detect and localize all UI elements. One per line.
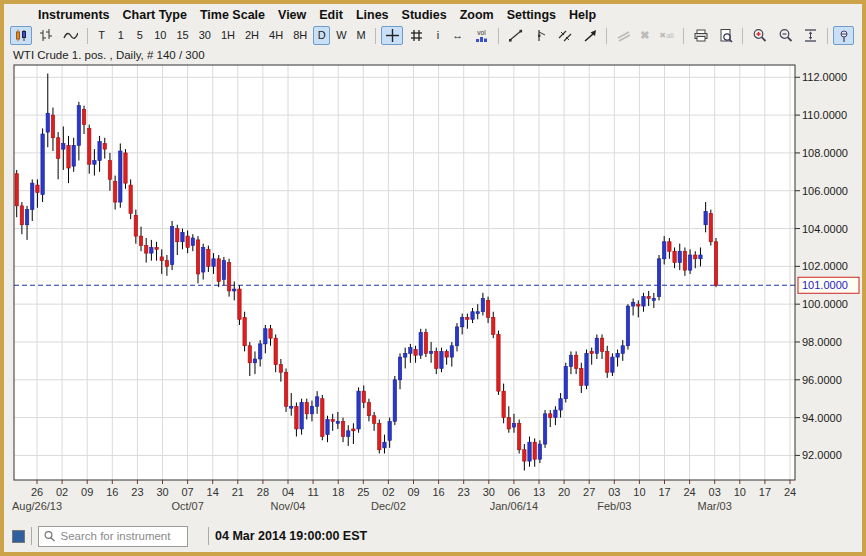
x-axis-label: 26 bbox=[31, 486, 43, 498]
vertical-line-tool-button[interactable] bbox=[529, 26, 551, 45]
candle-down bbox=[248, 346, 251, 363]
candle-up bbox=[253, 359, 256, 363]
timeframe-1h-button[interactable]: 1H bbox=[217, 26, 239, 45]
trendline-tool-button[interactable] bbox=[504, 26, 526, 45]
menu-chart-type[interactable]: Chart Type bbox=[123, 8, 187, 22]
horizontal-expand-button[interactable]: ↔ bbox=[449, 26, 468, 45]
candle-down bbox=[15, 174, 18, 206]
volume-button[interactable]: vol bbox=[469, 26, 493, 45]
menu-zoom[interactable]: Zoom bbox=[460, 8, 494, 22]
candle-up bbox=[409, 348, 412, 354]
candle-up bbox=[222, 261, 225, 280]
candle-up bbox=[233, 289, 236, 291]
candle-down bbox=[82, 109, 85, 124]
menu-edit[interactable]: Edit bbox=[319, 8, 343, 22]
candle-up bbox=[538, 444, 541, 459]
toolbar-separator bbox=[498, 28, 499, 44]
timeframe-8h-button[interactable]: 8H bbox=[289, 26, 311, 45]
instrument-search-box[interactable] bbox=[38, 526, 188, 547]
chart-type-ohlc-button[interactable] bbox=[34, 26, 56, 45]
candle-down bbox=[637, 304, 640, 306]
timeframe-4h-button[interactable]: 4H bbox=[265, 26, 287, 45]
pin-window-button[interactable] bbox=[833, 26, 854, 45]
candle-down bbox=[435, 351, 438, 368]
candlestick-chart[interactable]: 2602091623300714212804111825020916233006… bbox=[4, 63, 862, 515]
menu-time-scale[interactable]: Time Scale bbox=[200, 8, 265, 22]
zoom-in-button[interactable] bbox=[748, 26, 771, 45]
candle-down bbox=[378, 423, 381, 449]
svg-text:vol: vol bbox=[477, 29, 486, 36]
timeframe-30-button[interactable]: 30 bbox=[195, 26, 215, 45]
menu-lines[interactable]: Lines bbox=[356, 8, 389, 22]
candle-down bbox=[341, 421, 344, 436]
timeframe-15-button[interactable]: 15 bbox=[172, 26, 192, 45]
timeframe-d-button[interactable]: D bbox=[313, 26, 330, 45]
menubar: InstrumentsChart TypeTime ScaleViewEditL… bbox=[4, 4, 862, 24]
search-input[interactable] bbox=[59, 529, 183, 543]
ray-tool-button[interactable] bbox=[579, 26, 601, 45]
grid-toggle-button[interactable] bbox=[405, 26, 427, 45]
candle-down bbox=[243, 317, 246, 345]
timeframe-10-button[interactable]: 10 bbox=[150, 26, 170, 45]
candle-up bbox=[77, 106, 80, 146]
candle-up bbox=[264, 329, 267, 344]
candle-up bbox=[258, 344, 261, 359]
timeframe-w-button[interactable]: W bbox=[332, 26, 350, 45]
parallel-lines-icon bbox=[616, 28, 630, 43]
delete-all-x: ✖ bbox=[659, 32, 666, 40]
candle-up bbox=[201, 247, 204, 272]
x-axis-label: 09 bbox=[81, 486, 93, 498]
candle-down bbox=[683, 251, 686, 270]
candle-down bbox=[139, 236, 142, 245]
candle-up bbox=[429, 351, 432, 353]
candle-down bbox=[176, 229, 179, 242]
toolbar: T151015301H2H4H8HDWM i ↔ vol ✖ ✖all bbox=[4, 24, 862, 48]
candle-up bbox=[315, 397, 318, 406]
candle-up bbox=[310, 406, 313, 414]
candle-up bbox=[657, 259, 660, 297]
candle-up bbox=[383, 442, 386, 448]
timeframe-1-button[interactable]: 1 bbox=[112, 26, 129, 45]
candle-down bbox=[372, 416, 375, 424]
crosshair-button[interactable] bbox=[381, 26, 403, 45]
candle-up bbox=[170, 227, 173, 265]
candle-up bbox=[569, 355, 572, 366]
y-axis-label: 104.0000 bbox=[802, 223, 848, 235]
channel-tool-button[interactable] bbox=[553, 26, 576, 45]
menu-view[interactable]: View bbox=[278, 8, 306, 22]
candle-up bbox=[398, 357, 401, 380]
y-axis-label: 92.0000 bbox=[802, 449, 842, 461]
candle-down bbox=[186, 236, 189, 247]
print-preview-button[interactable] bbox=[714, 26, 737, 45]
candle-down bbox=[507, 418, 510, 429]
x-axis-label: 03 bbox=[608, 486, 620, 498]
menu-instruments[interactable]: Instruments bbox=[38, 8, 110, 22]
menu-settings[interactable]: Settings bbox=[507, 8, 556, 22]
toolbar-separator bbox=[87, 28, 88, 44]
parallel-channel-icon bbox=[557, 28, 572, 43]
statusbar: 04 Mar 2014 19:00:00 EST bbox=[4, 522, 862, 552]
timeframe-m-button[interactable]: M bbox=[353, 26, 370, 45]
chart-type-candlestick-button[interactable] bbox=[10, 26, 32, 45]
info-button[interactable]: i bbox=[430, 26, 447, 45]
timeframe-5-button[interactable]: 5 bbox=[131, 26, 148, 45]
fit-vertical-button[interactable] bbox=[799, 26, 821, 45]
candle-up bbox=[326, 419, 329, 434]
print-button[interactable] bbox=[689, 26, 712, 45]
menu-studies[interactable]: Studies bbox=[402, 8, 447, 22]
candle-up bbox=[347, 431, 350, 437]
candle-up bbox=[300, 402, 303, 428]
y-axis-label: 102.0000 bbox=[802, 260, 848, 272]
instrument-color-button[interactable] bbox=[12, 530, 25, 543]
y-axis-label: 108.0000 bbox=[802, 147, 848, 159]
zoom-out-button[interactable] bbox=[774, 26, 797, 45]
menu-help[interactable]: Help bbox=[569, 8, 596, 22]
search-icon bbox=[43, 530, 55, 543]
candle-down bbox=[414, 350, 417, 356]
timeframe-2h-button[interactable]: 2H bbox=[241, 26, 263, 45]
candle-down bbox=[714, 242, 717, 285]
timeframe-t-button[interactable]: T bbox=[93, 26, 110, 45]
candle-up bbox=[585, 353, 588, 385]
candle-down bbox=[238, 289, 241, 319]
chart-type-line-button[interactable] bbox=[59, 26, 82, 45]
